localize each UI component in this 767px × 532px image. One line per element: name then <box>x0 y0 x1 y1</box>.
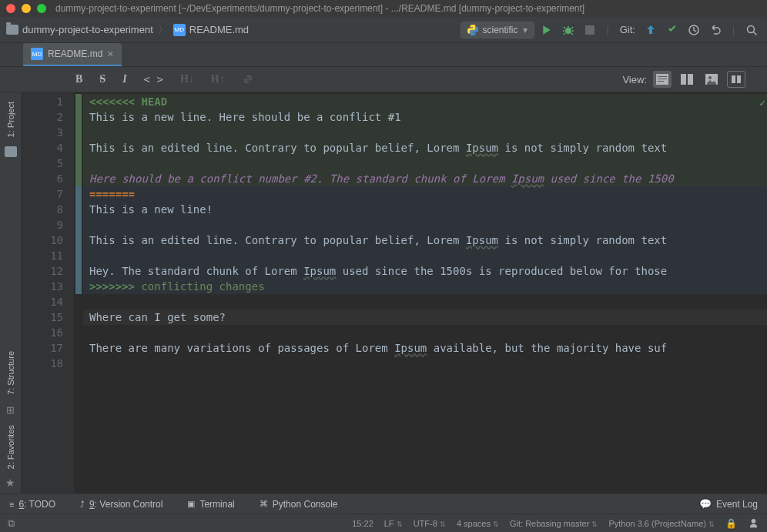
line-number[interactable]: 14 <box>22 294 63 309</box>
run-button[interactable] <box>538 21 556 39</box>
close-tab-icon[interactable]: × <box>107 48 113 60</box>
code-line[interactable] <box>83 217 767 233</box>
line-separator[interactable]: LF ⇅ <box>384 519 403 528</box>
code-line[interactable]: >>>>>>> conflicting changes <box>83 279 767 294</box>
line-number[interactable]: 5 <box>22 156 63 171</box>
markdown-file-icon: MD <box>173 24 186 36</box>
editor-tabs: MD README.md × <box>0 43 767 66</box>
breadcrumb-project[interactable]: dummy-project-to-experiment <box>6 24 153 35</box>
bottom-tool-bar: ≡ 6: TODO ⤴ 9: Version Control ▣ Termina… <box>0 494 767 514</box>
version-control-tool[interactable]: ⤴ 9: Version Control <box>80 499 162 510</box>
header-down-button[interactable]: H↓ <box>180 73 194 85</box>
git-update-button[interactable] <box>641 21 660 39</box>
line-number[interactable]: 4 <box>22 140 63 156</box>
event-log-tool[interactable]: 💬 Event Log <box>699 498 758 510</box>
title-bar: dummy-project-to-experiment [~/DevExperi… <box>0 0 767 17</box>
view-editor-only-button[interactable] <box>653 71 672 88</box>
line-number[interactable]: 1 <box>22 94 63 109</box>
python-icon <box>467 25 478 35</box>
structure-icon: ⊞ <box>6 404 15 416</box>
line-number[interactable]: 2 <box>22 109 63 125</box>
tab-readme[interactable]: MD README.md × <box>23 43 122 66</box>
chevron-down-icon: ▾ <box>523 25 528 35</box>
link-button[interactable] <box>242 73 254 85</box>
strikethrough-button[interactable]: S <box>99 73 106 85</box>
breadcrumb-separator-icon: 〉 <box>158 23 169 37</box>
windows-icon[interactable]: ⧉ <box>8 517 15 530</box>
git-branch-status[interactable]: Git: Rebasing master ⇅ <box>510 519 598 528</box>
file-encoding[interactable]: UTF-8 ⇅ <box>414 519 446 528</box>
line-number[interactable]: 18 <box>22 356 63 371</box>
view-split-button[interactable] <box>678 71 696 88</box>
code-line[interactable] <box>89 325 767 340</box>
line-number[interactable]: 7 <box>22 186 63 202</box>
code-line[interactable] <box>83 125 767 140</box>
code-line[interactable] <box>89 356 767 371</box>
code-line[interactable]: ======= <box>83 186 767 202</box>
todo-tool[interactable]: ≡ 6: TODO <box>9 499 55 510</box>
git-revert-button[interactable] <box>706 21 725 39</box>
line-number[interactable]: 13 <box>22 279 63 294</box>
line-number-gutter[interactable]: 123456789101112131415161718 <box>22 92 74 494</box>
code-line[interactable]: This is an edited line. Contrary to popu… <box>83 140 767 156</box>
code-line[interactable]: This is a new line! <box>83 202 767 217</box>
view-settings-button[interactable] <box>727 71 745 88</box>
code-line[interactable] <box>83 248 767 263</box>
python-console-tool[interactable]: ⌘ Python Console <box>260 499 338 510</box>
breadcrumb-file[interactable]: MD README.md <box>173 24 249 36</box>
git-history-button[interactable] <box>685 21 703 39</box>
navigation-bar: dummy-project-to-experiment 〉 MD README.… <box>0 17 767 43</box>
view-preview-button[interactable] <box>702 71 721 88</box>
sidebar-project-tool[interactable]: 1: Project <box>6 95 15 143</box>
line-number[interactable]: 8 <box>22 202 63 217</box>
svg-rect-6 <box>658 79 667 79</box>
bold-button[interactable]: B <box>75 73 82 85</box>
tab-label: README.md <box>48 49 102 59</box>
run-config-selector[interactable]: scientific ▾ <box>461 22 534 38</box>
code-line[interactable] <box>83 156 767 171</box>
minimize-window-button[interactable] <box>22 4 31 13</box>
maximize-window-button[interactable] <box>37 4 46 13</box>
header-up-button[interactable]: H↑ <box>211 73 225 85</box>
sidebar-favorites-tool[interactable]: 2: Favorites <box>6 419 15 475</box>
code-editor[interactable]: 123456789101112131415161718 <<<<<<< HEAD… <box>22 92 767 494</box>
debug-button[interactable] <box>559 21 578 39</box>
window-title: dummy-project-to-experiment [~/DevExperi… <box>55 3 584 14</box>
project-files-icon[interactable] <box>5 146 17 157</box>
close-window-button[interactable] <box>6 4 15 13</box>
italic-button[interactable]: I <box>122 73 126 85</box>
code-line[interactable]: Here should be a conflict number #2. The… <box>83 171 767 186</box>
code-line[interactable]: Hey. The standard chunk of Lorem Ipsum u… <box>83 263 767 279</box>
line-number[interactable]: 15 <box>22 309 63 325</box>
line-number[interactable]: 16 <box>22 325 63 340</box>
line-number[interactable]: 9 <box>22 217 63 233</box>
lock-icon[interactable]: 🔒 <box>725 518 737 529</box>
inspector-icon[interactable] <box>748 517 759 529</box>
line-number[interactable]: 11 <box>22 248 63 263</box>
code-line[interactable]: Where can I get some? <box>83 309 767 325</box>
code-button[interactable]: < > <box>144 73 163 85</box>
line-number[interactable]: 6 <box>22 171 63 186</box>
line-number[interactable]: 12 <box>22 263 63 279</box>
code-line[interactable]: This is an edited line. Contrary to popu… <box>83 233 767 248</box>
caret-position[interactable]: 15:22 <box>352 519 373 528</box>
sidebar-structure-tool[interactable]: 7: Structure <box>6 345 15 401</box>
code-content[interactable]: <<<<<<< HEADThis is a new line. Here sho… <box>83 92 767 494</box>
code-line[interactable]: This is a new line. Here should be a con… <box>83 109 767 125</box>
indent-setting[interactable]: 4 spaces ⇅ <box>457 519 499 528</box>
svg-rect-8 <box>681 74 686 85</box>
svg-rect-7 <box>658 81 664 82</box>
svg-rect-9 <box>688 74 693 85</box>
terminal-tool[interactable]: ▣ Terminal <box>187 499 234 510</box>
code-line[interactable]: <<<<<<< HEAD <box>83 94 767 109</box>
code-line[interactable] <box>89 294 767 309</box>
code-line[interactable]: There are many variations of passages of… <box>89 340 767 356</box>
search-button[interactable] <box>742 21 761 39</box>
markdown-file-icon: MD <box>31 48 43 60</box>
line-number[interactable]: 10 <box>22 233 63 248</box>
git-commit-button[interactable] <box>663 21 682 39</box>
inspection-ok-icon[interactable]: ✓ <box>759 95 765 111</box>
line-number[interactable]: 17 <box>22 340 63 356</box>
line-number[interactable]: 3 <box>22 125 63 140</box>
python-interpreter[interactable]: Python 3.6 (ProjectName) ⇅ <box>608 519 715 528</box>
